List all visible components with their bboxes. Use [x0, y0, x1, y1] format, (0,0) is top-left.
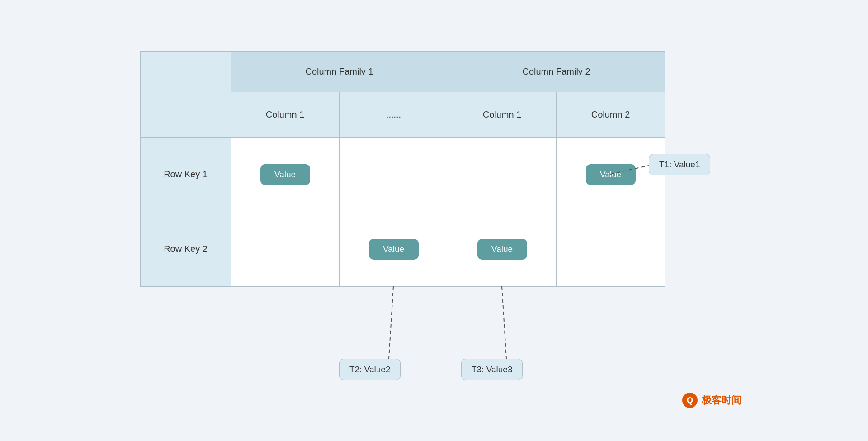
row2-col2-value: Value — [369, 239, 419, 260]
tooltip-t2: T2: Value2 — [339, 359, 401, 380]
col3-header: Column 2 — [557, 92, 665, 137]
cf1-header: Column Family 1 — [231, 51, 448, 92]
watermark-icon: Q — [682, 392, 698, 408]
watermark: Q 极客时间 — [682, 392, 741, 408]
svg-text:Q: Q — [687, 396, 693, 405]
row1-key: Row Key 1 — [141, 137, 231, 212]
row2-key: Row Key 2 — [141, 212, 231, 286]
watermark-text: 极客时间 — [702, 394, 741, 407]
svg-line-1 — [389, 286, 393, 359]
svg-line-2 — [502, 286, 506, 359]
col1-header: Column 1 — [231, 92, 340, 137]
row1-col1-value: Value — [260, 164, 310, 185]
col2-header: Column 1 — [448, 92, 557, 137]
tooltip-t1: T1: Value1 — [649, 154, 710, 175]
row2-col3-value: Value — [477, 239, 527, 260]
row1-col4-value: Value — [586, 164, 636, 185]
cf2-header: Column Family 2 — [448, 51, 665, 92]
tooltip-t3: T3: Value3 — [461, 359, 523, 380]
col-ellipsis: ...... — [340, 92, 448, 137]
